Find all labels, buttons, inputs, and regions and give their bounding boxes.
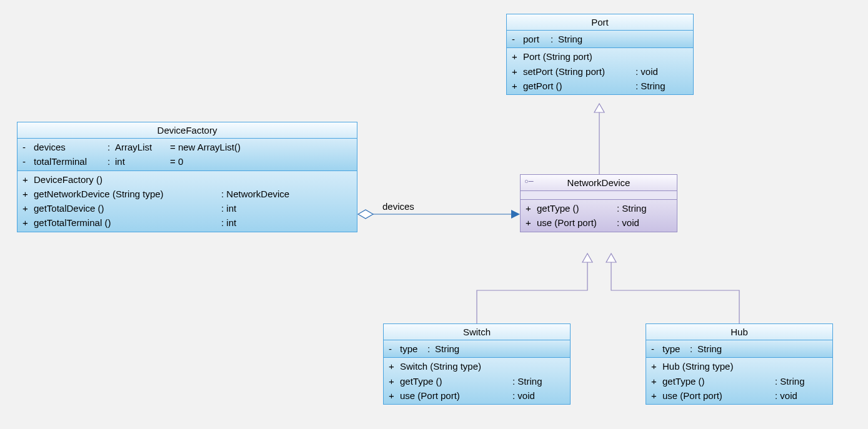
class-title: Hub: [646, 324, 832, 340]
attributes-section: -port: String: [507, 30, 693, 47]
interface-icon: ○─: [524, 177, 533, 185]
generalization-hub-networkdevice: [606, 254, 739, 323]
class-port[interactable]: Port -port: String +Port (String port) +…: [506, 14, 694, 95]
operations-section: +Switch (String type) +getType (): Strin…: [384, 357, 570, 404]
class-title: DeviceFactory: [17, 122, 357, 138]
attributes-section: [521, 190, 677, 199]
attributes-section: -type: String: [384, 340, 570, 357]
realization-networkdevice-port: [594, 104, 604, 174]
class-title: ○─ NetworkDevice: [521, 175, 677, 190]
operations-section: +Hub (String type) +getType (): String +…: [646, 357, 832, 404]
class-title: Switch: [384, 324, 570, 340]
operations-section: +DeviceFactory () +getNetworkDevice (Str…: [17, 170, 357, 232]
operations-section: +Port (String port) +setPort (String por…: [507, 47, 693, 94]
class-device-factory[interactable]: DeviceFactory -devices: ArrayList= new A…: [17, 122, 357, 232]
class-hub[interactable]: Hub -type: String +Hub (String type) +ge…: [646, 323, 833, 405]
attributes-section: -type: String: [646, 340, 832, 357]
attributes-section: -devices: ArrayList= new ArrayList() -to…: [17, 138, 357, 170]
class-network-device[interactable]: ○─ NetworkDevice +getType (): String +us…: [520, 174, 677, 232]
association-label: devices: [382, 201, 414, 212]
class-switch[interactable]: Switch -type: String +Switch (String typ…: [383, 323, 571, 405]
class-title: Port: [507, 14, 693, 30]
generalization-switch-networkdevice: [477, 254, 592, 323]
operations-section: +getType (): String +use (Port port): vo…: [521, 199, 677, 232]
